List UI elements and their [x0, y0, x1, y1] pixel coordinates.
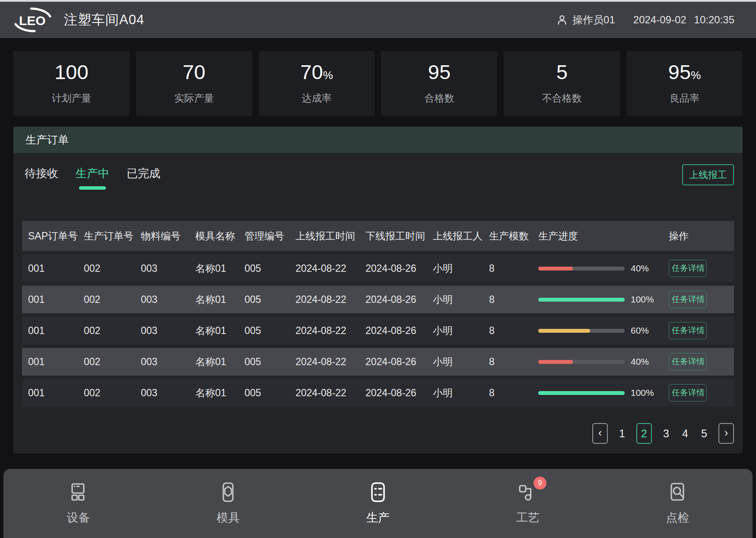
task-detail-button[interactable]: 任务详情: [669, 291, 707, 308]
date-text: 2024-09-02: [633, 14, 686, 26]
task-detail-button[interactable]: 任务详情: [669, 322, 707, 339]
online-report-button[interactable]: 上线报工: [682, 164, 734, 185]
cell-sap-order-no: 001: [22, 379, 83, 407]
progress-percent-label: 100%: [631, 294, 654, 305]
cell-actions: 任务详情: [668, 255, 734, 282]
production-icon: [368, 482, 388, 503]
pagination-page-4[interactable]: 4: [680, 427, 690, 440]
nav-label-inspection: 点检: [666, 510, 689, 525]
cell-progress: 100%: [538, 286, 668, 313]
stats-row: 100 计划产量 70 实际产量 70% 达成率 95 合格数 5 不合格数 9…: [13, 51, 743, 116]
cell-mgmt-no: 005: [244, 317, 295, 344]
cell-mgmt-no: 005: [244, 348, 295, 376]
task-detail-button[interactable]: 任务详情: [669, 384, 707, 401]
cell-material-no: 003: [140, 286, 195, 313]
nav-label-mold: 模具: [216, 510, 240, 525]
production-orders-panel: 生产订单 待接收 生产中 已完成 上线报工 SAP订单号 生产订单号 物料编号 …: [13, 127, 743, 453]
pagination-page-3[interactable]: 3: [661, 427, 671, 440]
col-mgmt-no: 管理编号: [244, 221, 295, 251]
panel-title-bar: 生产订单: [13, 127, 743, 153]
cell-online-time: 2024-08-22: [295, 379, 365, 407]
cell-actions: 任务详情: [668, 379, 734, 407]
progress-bar-track: [538, 391, 625, 395]
order-status-tabs: 待接收 生产中 已完成 上线报工: [22, 153, 734, 194]
stat-label: 良品率: [670, 92, 699, 105]
cell-online-time: 2024-08-22: [295, 317, 365, 344]
cell-online-time: 2024-08-22: [295, 286, 365, 313]
stat-value: 100: [54, 62, 88, 82]
process-badge: 9: [534, 477, 546, 490]
cell-actions: 任务详情: [668, 286, 734, 313]
table-row: 001 002 003 名称01 005 2024-08-22 2024-08-…: [22, 348, 734, 376]
cell-material-no: 003: [140, 255, 195, 282]
pagination-page-2-active[interactable]: 2: [636, 423, 652, 444]
cell-progress: 100%: [538, 379, 668, 407]
cell-online-reporter: 小明: [432, 379, 489, 407]
nav-item-process[interactable]: 9 工艺: [453, 469, 603, 538]
tab-pending[interactable]: 待接收: [25, 166, 58, 181]
cell-offline-time: 2024-08-26: [365, 255, 432, 282]
progress-bar-track: [538, 267, 625, 271]
nav-item-equipment[interactable]: 设备: [3, 469, 153, 538]
orders-table: SAP订单号 生产订单号 物料编号 模具名称 管理编号 上线报工时间 下线报工时…: [22, 217, 734, 410]
table-row: 001 002 003 名称01 005 2024-08-22 2024-08-…: [22, 379, 734, 407]
col-sap-order-no: SAP订单号: [22, 221, 83, 251]
cell-prod-order-no: 002: [83, 286, 140, 313]
progress-percent-label: 100%: [631, 388, 654, 398]
stat-label: 不合格数: [542, 92, 582, 105]
pagination-next-button[interactable]: ›: [718, 423, 734, 444]
pagination-prev-button[interactable]: ‹: [592, 423, 608, 444]
tab-in-production[interactable]: 生产中: [76, 166, 109, 181]
svg-text:LEO: LEO: [19, 13, 46, 28]
nav-item-inspection[interactable]: 点检: [603, 469, 753, 538]
stat-label: 合格数: [424, 92, 454, 105]
stat-card-achievement-rate: 70% 达成率: [259, 51, 375, 116]
cell-online-time: 2024-08-22: [295, 348, 365, 376]
tab-completed[interactable]: 已完成: [127, 166, 160, 181]
cell-mold-count: 8: [489, 286, 538, 313]
cell-online-time: 2024-08-22: [295, 255, 365, 282]
cell-sap-order-no: 001: [22, 317, 83, 344]
task-detail-button[interactable]: 任务详情: [669, 353, 707, 370]
cell-online-reporter: 小明: [432, 348, 489, 376]
stat-label: 实际产量: [174, 92, 214, 105]
cell-offline-time: 2024-08-26: [365, 317, 432, 344]
col-online-time: 上线报工时间: [295, 221, 365, 251]
progress-percent-label: 40%: [631, 263, 649, 274]
current-user[interactable]: 操作员01: [556, 13, 615, 27]
cell-mold-name: 名称01: [195, 348, 244, 376]
nav-label-equipment: 设备: [67, 510, 90, 525]
stat-value: 95%: [668, 62, 701, 82]
cell-material-no: 003: [140, 379, 195, 407]
cell-sap-order-no: 001: [22, 286, 83, 313]
cell-offline-time: 2024-08-26: [365, 348, 432, 376]
cell-mold-name: 名称01: [195, 286, 244, 313]
cell-mold-count: 8: [489, 317, 538, 344]
cell-mgmt-no: 005: [244, 255, 295, 282]
progress-percent-label: 40%: [631, 357, 649, 367]
cell-online-reporter: 小明: [432, 255, 489, 282]
stat-label: 计划产量: [51, 92, 91, 105]
progress-bar-track: [538, 329, 625, 333]
col-offline-time: 下线报工时间: [365, 221, 432, 251]
cell-actions: 任务详情: [668, 317, 734, 344]
leo-logo-icon: LEO: [13, 6, 53, 33]
progress-bar-fill: [538, 329, 590, 333]
nav-item-mold[interactable]: 模具: [153, 469, 303, 538]
nav-item-production[interactable]: 生产: [303, 469, 453, 538]
pagination-page-5[interactable]: 5: [699, 427, 709, 440]
pagination-page-1[interactable]: 1: [617, 427, 627, 440]
cell-mold-name: 名称01: [195, 317, 244, 344]
progress-bar-fill: [538, 267, 573, 271]
datetime-display: 2024-09-02 10:20:35: [633, 14, 734, 26]
cell-sap-order-no: 001: [22, 255, 83, 282]
app-header: LEO 注塑车间A04 操作员01 2024-09-02 10:20:35: [0, 2, 756, 38]
col-material-no: 物料编号: [140, 221, 195, 251]
mold-icon: [218, 482, 238, 503]
bottom-nav-bar: 设备 模具 生产 9 工艺: [3, 469, 753, 538]
user-icon: [556, 14, 568, 25]
devices-icon: [68, 482, 89, 503]
task-detail-button[interactable]: 任务详情: [669, 260, 707, 277]
panel-title: 生产订单: [25, 133, 69, 147]
inspection-icon: [667, 482, 688, 503]
